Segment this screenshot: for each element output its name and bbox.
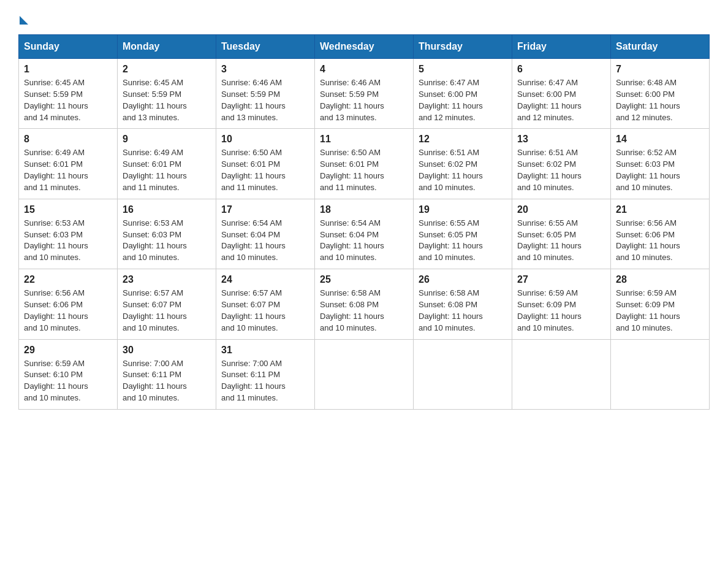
calendar-cell: 31 Sunrise: 7:00 AM Sunset: 6:11 PM Dayl… (216, 339, 315, 409)
calendar-cell: 19 Sunrise: 6:55 AM Sunset: 6:05 PM Dayl… (414, 199, 512, 269)
day-info: Sunrise: 6:45 AM Sunset: 5:59 PM Dayligh… (24, 77, 112, 123)
day-number: 11 (320, 134, 408, 145)
calendar-cell: 21 Sunrise: 6:56 AM Sunset: 6:06 PM Dayl… (611, 199, 710, 269)
day-info: Sunrise: 6:58 AM Sunset: 6:08 PM Dayligh… (419, 288, 507, 334)
day-number: 17 (221, 204, 309, 215)
calendar-week-row: 8 Sunrise: 6:49 AM Sunset: 6:01 PM Dayli… (19, 129, 710, 199)
day-info: Sunrise: 6:51 AM Sunset: 6:02 PM Dayligh… (517, 147, 605, 193)
calendar-header-monday: Monday (118, 35, 216, 59)
day-info: Sunrise: 6:45 AM Sunset: 5:59 PM Dayligh… (123, 77, 211, 123)
calendar-header-wednesday: Wednesday (315, 35, 414, 59)
day-info: Sunrise: 6:56 AM Sunset: 6:06 PM Dayligh… (616, 218, 704, 264)
calendar-cell: 26 Sunrise: 6:58 AM Sunset: 6:08 PM Dayl… (414, 269, 512, 339)
day-info: Sunrise: 6:57 AM Sunset: 6:07 PM Dayligh… (221, 288, 309, 334)
day-number: 14 (616, 134, 704, 145)
day-number: 20 (517, 204, 605, 215)
day-number: 30 (123, 345, 211, 356)
day-info: Sunrise: 6:59 AM Sunset: 6:09 PM Dayligh… (517, 288, 605, 334)
calendar-cell: 15 Sunrise: 6:53 AM Sunset: 6:03 PM Dayl… (19, 199, 118, 269)
calendar-cell (414, 339, 512, 409)
calendar-week-row: 22 Sunrise: 6:56 AM Sunset: 6:06 PM Dayl… (19, 269, 710, 339)
day-info: Sunrise: 6:59 AM Sunset: 6:09 PM Dayligh… (616, 288, 704, 334)
calendar-week-row: 29 Sunrise: 6:59 AM Sunset: 6:10 PM Dayl… (19, 339, 710, 409)
day-number: 12 (419, 134, 507, 145)
logo-arrow-icon (20, 16, 28, 25)
day-info: Sunrise: 6:54 AM Sunset: 6:04 PM Dayligh… (221, 218, 309, 264)
day-number: 19 (419, 204, 507, 215)
calendar-cell: 18 Sunrise: 6:54 AM Sunset: 6:04 PM Dayl… (315, 199, 414, 269)
day-number: 8 (24, 134, 112, 145)
calendar-cell: 16 Sunrise: 6:53 AM Sunset: 6:03 PM Dayl… (118, 199, 216, 269)
day-number: 24 (221, 274, 309, 285)
day-number: 29 (24, 345, 112, 356)
day-info: Sunrise: 6:59 AM Sunset: 6:10 PM Dayligh… (24, 358, 112, 404)
calendar-cell: 24 Sunrise: 6:57 AM Sunset: 6:07 PM Dayl… (216, 269, 315, 339)
day-info: Sunrise: 6:46 AM Sunset: 5:59 PM Dayligh… (320, 77, 408, 123)
day-number: 16 (123, 204, 211, 215)
calendar-header-thursday: Thursday (414, 35, 512, 59)
day-info: Sunrise: 6:55 AM Sunset: 6:05 PM Dayligh… (517, 218, 605, 264)
calendar-week-row: 15 Sunrise: 6:53 AM Sunset: 6:03 PM Dayl… (19, 199, 710, 269)
calendar-header-sunday: Sunday (19, 35, 118, 59)
day-number: 27 (517, 274, 605, 285)
calendar-cell: 30 Sunrise: 7:00 AM Sunset: 6:11 PM Dayl… (118, 339, 216, 409)
calendar-cell (512, 339, 611, 409)
calendar-header-tuesday: Tuesday (216, 35, 315, 59)
logo (18, 12, 28, 22)
day-info: Sunrise: 6:48 AM Sunset: 6:00 PM Dayligh… (616, 77, 704, 123)
calendar-cell: 22 Sunrise: 6:56 AM Sunset: 6:06 PM Dayl… (19, 269, 118, 339)
calendar-cell: 3 Sunrise: 6:46 AM Sunset: 5:59 PM Dayli… (216, 59, 315, 129)
day-info: Sunrise: 6:49 AM Sunset: 6:01 PM Dayligh… (24, 147, 112, 193)
day-number: 10 (221, 134, 309, 145)
calendar-cell (611, 339, 710, 409)
day-number: 6 (517, 64, 605, 75)
calendar-cell: 4 Sunrise: 6:46 AM Sunset: 5:59 PM Dayli… (315, 59, 414, 129)
day-info: Sunrise: 6:53 AM Sunset: 6:03 PM Dayligh… (24, 218, 112, 264)
calendar-cell: 25 Sunrise: 6:58 AM Sunset: 6:08 PM Dayl… (315, 269, 414, 339)
day-info: Sunrise: 6:58 AM Sunset: 6:08 PM Dayligh… (320, 288, 408, 334)
day-info: Sunrise: 7:00 AM Sunset: 6:11 PM Dayligh… (123, 358, 211, 404)
day-info: Sunrise: 6:46 AM Sunset: 5:59 PM Dayligh… (221, 77, 309, 123)
calendar-cell: 11 Sunrise: 6:50 AM Sunset: 6:01 PM Dayl… (315, 129, 414, 199)
day-info: Sunrise: 7:00 AM Sunset: 6:11 PM Dayligh… (221, 358, 309, 404)
day-info: Sunrise: 6:53 AM Sunset: 6:03 PM Dayligh… (123, 218, 211, 264)
calendar-cell: 13 Sunrise: 6:51 AM Sunset: 6:02 PM Dayl… (512, 129, 611, 199)
calendar-week-row: 1 Sunrise: 6:45 AM Sunset: 5:59 PM Dayli… (19, 59, 710, 129)
day-info: Sunrise: 6:54 AM Sunset: 6:04 PM Dayligh… (320, 218, 408, 264)
day-info: Sunrise: 6:55 AM Sunset: 6:05 PM Dayligh… (419, 218, 507, 264)
day-number: 5 (419, 64, 507, 75)
calendar-cell: 27 Sunrise: 6:59 AM Sunset: 6:09 PM Dayl… (512, 269, 611, 339)
day-number: 21 (616, 204, 704, 215)
day-number: 23 (123, 274, 211, 285)
day-number: 25 (320, 274, 408, 285)
day-number: 2 (123, 64, 211, 75)
calendar-header-row: SundayMondayTuesdayWednesdayThursdayFrid… (19, 35, 710, 59)
day-number: 13 (517, 134, 605, 145)
calendar-cell (315, 339, 414, 409)
calendar-cell: 1 Sunrise: 6:45 AM Sunset: 5:59 PM Dayli… (19, 59, 118, 129)
calendar-cell: 5 Sunrise: 6:47 AM Sunset: 6:00 PM Dayli… (414, 59, 512, 129)
calendar-cell: 17 Sunrise: 6:54 AM Sunset: 6:04 PM Dayl… (216, 199, 315, 269)
day-number: 18 (320, 204, 408, 215)
day-info: Sunrise: 6:50 AM Sunset: 6:01 PM Dayligh… (320, 147, 408, 193)
day-number: 9 (123, 134, 211, 145)
day-number: 22 (24, 274, 112, 285)
calendar-cell: 10 Sunrise: 6:50 AM Sunset: 6:01 PM Dayl… (216, 129, 315, 199)
calendar-cell: 7 Sunrise: 6:48 AM Sunset: 6:00 PM Dayli… (611, 59, 710, 129)
day-info: Sunrise: 6:49 AM Sunset: 6:01 PM Dayligh… (123, 147, 211, 193)
calendar-header-saturday: Saturday (611, 35, 710, 59)
calendar-cell: 8 Sunrise: 6:49 AM Sunset: 6:01 PM Dayli… (19, 129, 118, 199)
calendar-header-friday: Friday (512, 35, 611, 59)
day-info: Sunrise: 6:47 AM Sunset: 6:00 PM Dayligh… (419, 77, 507, 123)
page-header (18, 12, 710, 22)
calendar-cell: 6 Sunrise: 6:47 AM Sunset: 6:00 PM Dayli… (512, 59, 611, 129)
calendar-cell: 14 Sunrise: 6:52 AM Sunset: 6:03 PM Dayl… (611, 129, 710, 199)
day-info: Sunrise: 6:47 AM Sunset: 6:00 PM Dayligh… (517, 77, 605, 123)
day-number: 4 (320, 64, 408, 75)
calendar-table: SundayMondayTuesdayWednesdayThursdayFrid… (18, 34, 710, 410)
day-info: Sunrise: 6:52 AM Sunset: 6:03 PM Dayligh… (616, 147, 704, 193)
day-number: 15 (24, 204, 112, 215)
calendar-cell: 2 Sunrise: 6:45 AM Sunset: 5:59 PM Dayli… (118, 59, 216, 129)
calendar-cell: 9 Sunrise: 6:49 AM Sunset: 6:01 PM Dayli… (118, 129, 216, 199)
calendar-cell: 23 Sunrise: 6:57 AM Sunset: 6:07 PM Dayl… (118, 269, 216, 339)
